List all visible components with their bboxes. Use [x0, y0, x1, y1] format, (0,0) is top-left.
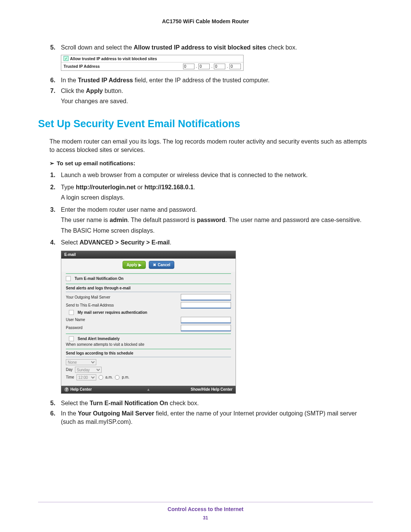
day-select[interactable]: Sunday [75, 367, 102, 373]
ip-octet-2[interactable]: 0 [198, 64, 210, 70]
time-select[interactable]: 12:00 [76, 374, 96, 380]
trusted-ip-screenshot: ✓ Allow trusted IP address to visit bloc… [61, 55, 244, 71]
task-lead: ➢To set up email notifications: [49, 160, 373, 167]
step2-6: 6. In the Your Outgoing Mail Server fiel… [61, 409, 373, 426]
password-label: Password [66, 325, 178, 331]
send-alerts-header: Send alerts and logs through e-mail [66, 286, 231, 292]
allow-trusted-label: Allow trusted IP address to visit blocke… [70, 56, 241, 61]
step2-3: 3. Enter the modem router user name and … [61, 206, 373, 235]
email-panel-screenshot: E-mail Apply ▶ ✖ Cancel Turn E-mail Noti… [61, 251, 236, 394]
outgoing-server-input[interactable] [181, 294, 231, 300]
schedule-mode-select[interactable]: None [66, 359, 96, 365]
allow-trusted-checkbox[interactable]: ✓ [64, 56, 68, 61]
footer-title: Control Access to the Internet [0, 506, 411, 512]
username-input[interactable] [181, 317, 231, 323]
ip-octet-3[interactable]: 0 [214, 64, 225, 70]
section-intro: The modem router can email you its logs.… [49, 137, 373, 154]
step-5: 5. Scroll down and select the Allow trus… [61, 43, 373, 52]
ip-octet-4[interactable]: 0 [229, 64, 241, 70]
step2-4: 4. Select ADVANCED > Security > E-mail. [61, 238, 373, 247]
schedule-header: Send logs according to this schedule [66, 351, 231, 358]
cancel-button[interactable]: ✖ Cancel [149, 261, 174, 269]
when-blocked-label: When someone attempts to visit a blocked… [66, 342, 231, 347]
expand-icon[interactable]: ▲ [143, 387, 154, 392]
trusted-ip-label: Trusted IP Address [64, 64, 182, 69]
help-icon: ? [64, 387, 69, 392]
time-label: Time [66, 375, 74, 380]
step-7: 7. Click the Apply button. Your changes … [61, 87, 373, 105]
page-number: 31 [0, 515, 411, 521]
am-radio[interactable] [99, 375, 103, 380]
auth-checkbox[interactable] [69, 310, 74, 315]
footer-rule [38, 502, 373, 502]
task-arrow-icon: ➢ [49, 160, 54, 167]
pm-radio[interactable] [115, 375, 119, 380]
turn-email-on-checkbox[interactable] [66, 276, 71, 281]
step-7-result: Your changes are saved. [61, 97, 373, 105]
apply-arrow-icon: ▶ [139, 262, 142, 268]
step2-2: 2. Type http://routerlogin.net or http:/… [61, 183, 373, 202]
help-center-label[interactable]: Help Center [70, 387, 92, 392]
ip-octet-1[interactable]: 0 [183, 64, 194, 70]
apply-button[interactable]: Apply ▶ [123, 261, 146, 269]
send-alert-imm-checkbox[interactable] [69, 336, 74, 341]
send-to-input[interactable] [181, 302, 231, 308]
password-input[interactable] [181, 325, 231, 331]
auth-label: My mail server requires authentication [78, 310, 147, 315]
cancel-x-icon: ✖ [153, 262, 156, 268]
show-hide-help-link[interactable]: Show/Hide Help Center [154, 387, 233, 392]
page-header: AC1750 WiFi Cable Modem Router [38, 18, 373, 24]
panel-title: E-mail [61, 251, 236, 259]
day-label: Day [66, 367, 73, 372]
username-label: User Name [66, 317, 178, 323]
section-heading: Set Up Security Event Email Notification… [38, 117, 373, 131]
step-6: 6. In the Trusted IP Address field, ente… [61, 76, 373, 85]
send-alert-imm-label: Send Alert Immediately [78, 336, 119, 342]
turn-email-on-label: Turn E-mail Notification On [75, 276, 124, 281]
step2-1: 1. Launch a web browser from a computer … [61, 171, 373, 179]
outgoing-server-label: Your Outgoing Mail Server [66, 295, 178, 300]
send-to-label: Send to This E-mail Address [66, 303, 178, 308]
step2-5: 5. Select the Turn E-mail Notification O… [61, 399, 373, 407]
